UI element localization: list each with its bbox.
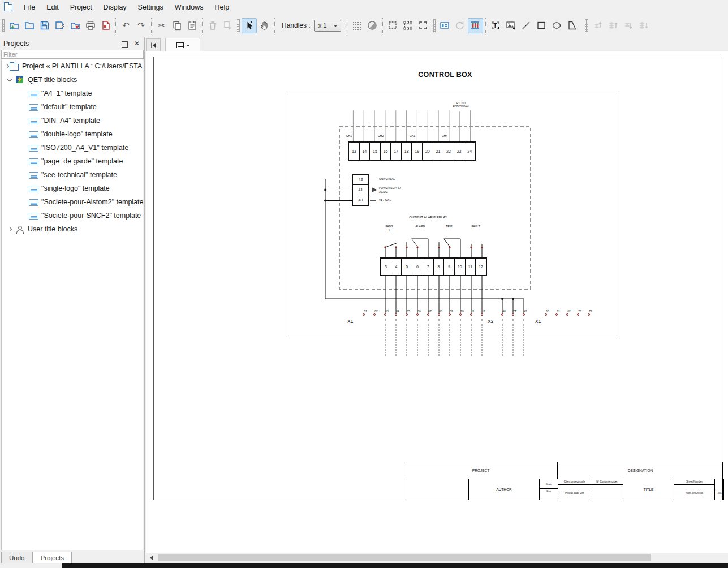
dock-close-button[interactable]: ✕ [133,40,141,48]
menu-item[interactable]: Display [98,0,132,15]
strip-terminal: 11 [466,309,477,316]
scrollbar-thumb[interactable] [158,554,651,561]
menu-item[interactable]: Edit [41,0,64,15]
tab-projects[interactable]: Projects [33,552,72,563]
tree-expand-arrow[interactable] [5,225,14,234]
scroll-left-arrow[interactable] [147,554,156,561]
draw-line-button[interactable] [519,18,534,33]
strip-terminal: 10 [455,309,466,316]
projects-dock-header[interactable]: Projects ✕ [0,37,144,50]
terminal-cell: 3 [381,259,391,275]
tree-item[interactable]: User title blocks [2,222,143,236]
bring-to-front-button[interactable] [605,18,621,33]
tree-item[interactable]: "Societe-pour-Alstom2" template [2,195,143,209]
tree-item[interactable]: "Societe-pour-SNCF2" template [2,209,143,222]
psu-label-universal: UNIVERSAL [379,177,395,180]
pan-tool-button[interactable] [257,18,272,33]
relay-group-trip: TRIP [438,225,460,228]
tree-item[interactable]: Project « PLANTILLA : C:/Users/ESTA... [2,59,143,73]
diagram-canvas[interactable]: CONTROL BOX PT 100ADDITIONAL CH1 CH2 CH3… [146,51,728,553]
menu-item[interactable]: Settings [132,0,169,15]
raise-element-button[interactable] [590,18,605,33]
tree-item-icon [10,62,19,71]
terminal-cell: 10 [455,259,466,275]
diagram-tab[interactable]: - [165,38,200,51]
horizontal-scrollbar[interactable] [146,553,728,561]
new-project-button[interactable] [6,18,21,33]
add-text-button[interactable]: T [488,18,503,33]
menu-item[interactable]: Project [64,0,98,15]
tree-item[interactable]: "page_de garde" template [2,154,143,168]
add-image-button[interactable] [503,18,519,33]
channel-label-ch1: CH1 [346,134,352,137]
tree-item-label: "see-technical" template [41,171,117,179]
toolbar-drag-handle[interactable] [433,19,436,32]
tree-item-icon [29,130,38,139]
dock-float-button[interactable] [120,40,128,48]
tree-item-label: User title blocks [28,225,77,233]
terminal-circle [416,313,419,316]
tree-item[interactable]: "double-logo" template [2,127,143,141]
save-button[interactable] [37,18,52,33]
tree-item[interactable]: "default" template [2,100,143,114]
delete-button[interactable] [205,18,220,33]
draw-rectangle-button[interactable] [534,18,549,33]
menu-item[interactable]: Help [209,0,235,15]
tree-item-label: "A4_1" template [41,89,92,97]
background-color-button[interactable] [365,18,380,33]
tree-expand-arrow[interactable] [5,62,8,71]
tree-item-label: "DIN_A4" template [41,117,100,124]
tree-item-label: Project « PLANTILLA : C:/Users/ESTA... [22,62,143,70]
save-as-button[interactable] [52,18,67,33]
terminal-cell: 24 [464,143,475,160]
redo-button[interactable]: ↷ [133,18,149,33]
toolbar-separator [151,18,152,33]
strip-terminal: 71 [584,309,595,316]
titleblock-title: TITLE [623,479,674,500]
handles-scale-dropdown[interactable]: x 1 [314,20,341,32]
terminal-cell: 22 [443,143,454,160]
tree-item[interactable]: "DIN_A4" template [2,114,143,127]
undo-button[interactable]: ↶ [118,18,133,33]
print-button[interactable] [83,18,98,33]
tree-item[interactable]: "A4_1" template [2,87,143,100]
draw-polygon-button[interactable] [565,18,580,33]
selection-area-button[interactable] [385,18,400,33]
tab-undo[interactable]: Undo [1,552,33,563]
rotate-button[interactable] [453,18,468,33]
send-to-back-button[interactable] [636,18,651,33]
tree-item[interactable]: "single-logo" template [2,182,143,195]
tree-expand-arrow[interactable] [5,75,14,84]
selection-handles-button[interactable] [400,18,416,33]
paste-special-button[interactable] [220,18,235,33]
toolbar-separator [347,18,347,33]
filter-input[interactable] [1,50,144,59]
select-tool-button[interactable] [242,18,257,33]
terminal-cell: 8 [434,259,445,275]
tree-item-icon [15,75,24,84]
draw-ellipse-button[interactable] [549,18,565,33]
psu-label-acdc: AC/DC [379,190,388,193]
toolbar-drag-handle[interactable] [2,19,5,32]
diagram-title: CONTROL BOX [389,71,502,79]
copy-button[interactable] [169,18,184,33]
titleblock-editor-button[interactable] [437,18,453,33]
tree-item[interactable]: "see-technical" template [2,168,143,182]
toolbar-drag-handle[interactable] [585,19,588,32]
tree-item[interactable]: QET title blocks [2,73,143,87]
cut-button[interactable]: ✂ [154,18,169,33]
selection-bounds-button[interactable] [416,18,431,33]
close-file-button[interactable] [67,18,83,33]
paste-button[interactable] [184,18,200,33]
tab-scroll-left-button[interactable] [146,38,161,51]
menu-item[interactable]: Windows [169,0,209,15]
tree-item[interactable]: "ISO7200_A4_V1" template [2,141,143,154]
grid-toggle-button[interactable] [350,18,365,33]
relay-group-fault: FAULT [464,225,487,228]
pdf-export-button[interactable] [98,18,113,33]
toolbar-drag-handle[interactable] [237,19,240,32]
lower-element-button[interactable] [621,18,636,33]
menu-item[interactable]: File [18,0,41,15]
open-project-button[interactable] [21,18,37,33]
edit-columns-rows-button[interactable] [468,18,483,33]
